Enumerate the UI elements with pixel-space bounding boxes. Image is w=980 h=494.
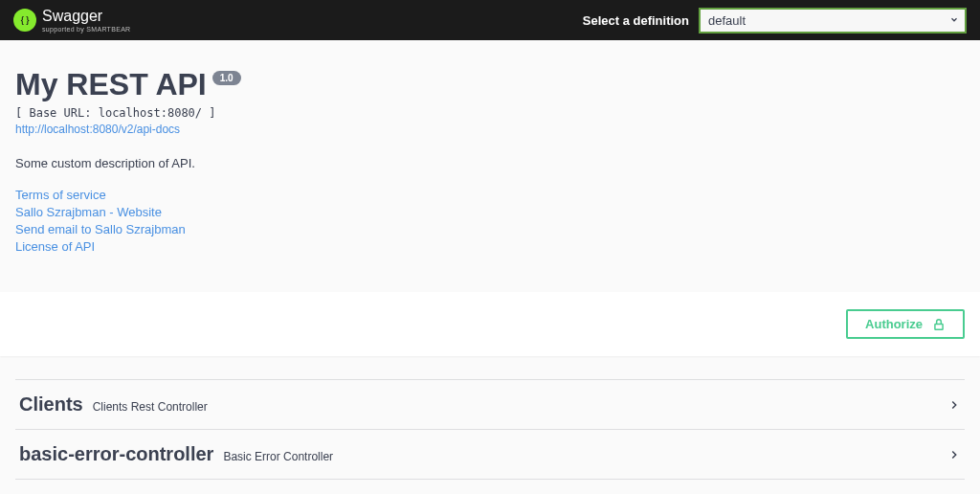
- tag-description: Basic Error Controller: [223, 450, 333, 463]
- lock-icon: [932, 318, 946, 331]
- tag-name: basic-error-controller: [19, 443, 213, 465]
- swagger-icon: { }: [13, 9, 36, 32]
- api-title-row: My REST API 1.0: [15, 67, 965, 102]
- definition-label: Select a definition: [583, 13, 689, 28]
- logo-main: Swagger: [42, 9, 130, 24]
- base-url: [ Base URL: localhost:8080/ ]: [15, 106, 965, 120]
- tag-header: Clients Clients Rest Controller: [19, 393, 208, 415]
- definition-dropdown[interactable]: default: [699, 8, 967, 34]
- swagger-logo: { } Swagger supported by SMARTBEAR: [13, 9, 130, 33]
- chevron-right-icon: [947, 398, 961, 412]
- scheme-container: Authorize: [0, 292, 980, 356]
- definition-selected: default: [708, 13, 746, 28]
- api-info: My REST API 1.0 [ Base URL: localhost:80…: [0, 40, 980, 277]
- terms-of-service-link[interactable]: Terms of service: [15, 188, 965, 202]
- meta-links: Terms of service Sallo Szrajbman - Websi…: [15, 188, 965, 254]
- tag-description: Clients Rest Controller: [93, 400, 208, 414]
- tag-header: basic-error-controller Basic Error Contr…: [19, 443, 333, 465]
- tag-name: Clients: [19, 393, 83, 415]
- topbar: { } Swagger supported by SMARTBEAR Selec…: [0, 0, 980, 40]
- version-badge: 1.0: [212, 71, 241, 85]
- svg-rect-1: [935, 324, 943, 329]
- logo-sub: supported by SMARTBEAR: [42, 26, 130, 33]
- authorize-button[interactable]: Authorize: [846, 309, 965, 339]
- tags-container: Clients Clients Rest Controller basic-er…: [0, 379, 980, 480]
- svg-text:{ }: { }: [21, 16, 30, 25]
- api-title: My REST API: [15, 67, 207, 102]
- chevron-right-icon: [947, 448, 961, 461]
- definition-selector: Select a definition default: [583, 8, 967, 34]
- contact-website-link[interactable]: Sallo Szrajbman - Website: [15, 205, 965, 219]
- logo-text: Swagger supported by SMARTBEAR: [42, 9, 130, 33]
- api-docs-link[interactable]: http://localhost:8080/v2/api-docs: [15, 123, 180, 136]
- contact-email-link[interactable]: Send email to Sallo Szrajbman: [15, 222, 965, 236]
- license-link[interactable]: License of API: [15, 239, 965, 254]
- tag-section-clients[interactable]: Clients Clients Rest Controller: [15, 379, 965, 430]
- tag-section-basic-error[interactable]: basic-error-controller Basic Error Contr…: [15, 430, 965, 480]
- authorize-label: Authorize: [865, 317, 923, 331]
- api-description: Some custom description of API.: [15, 156, 965, 170]
- chevron-down-icon: [949, 13, 959, 28]
